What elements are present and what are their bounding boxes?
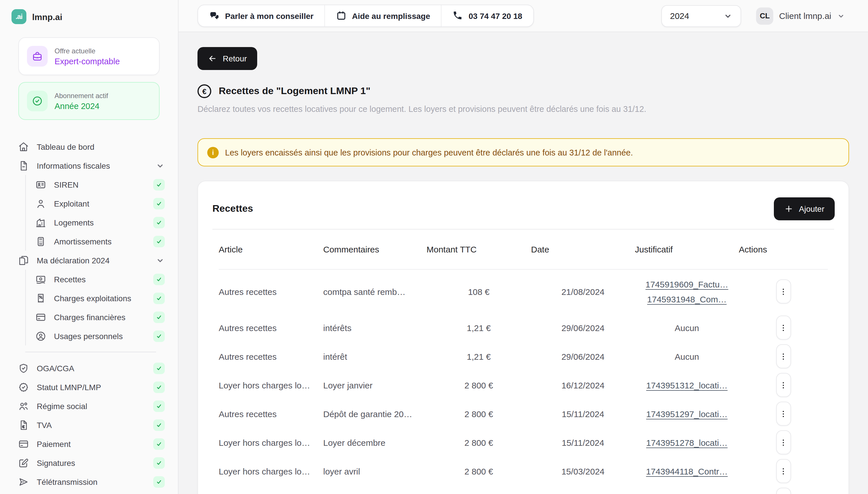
help-button[interactable]: Aide au remplissage: [324, 5, 441, 26]
sidebar-item-signatures[interactable]: Signatures: [18, 453, 165, 472]
calendar-icon: [336, 10, 347, 21]
sidebar-item-statut-lmnp[interactable]: Statut LMNP/LMP: [18, 378, 165, 397]
main-area: Parler à mon conseiller Aide au rempliss…: [179, 0, 868, 494]
cell-commentaires: intérêts: [323, 323, 427, 332]
sidebar-item-regime-social[interactable]: Régime social: [18, 397, 165, 415]
row-actions-button[interactable]: [776, 344, 791, 368]
chevron-down-icon: [155, 161, 165, 170]
cell-justificatif-empty: Aucun: [635, 352, 739, 361]
subscription-value: Année 2024: [55, 101, 108, 111]
shield-check-icon: [18, 362, 29, 374]
sidebar-item-logements[interactable]: Logements: [35, 213, 165, 232]
table-row: Autres recettes comtpa santé remb… 108 €…: [219, 270, 828, 313]
sidebar-item-usages-personnels[interactable]: Usages personnels: [35, 326, 165, 345]
cell-montant: 2 800 €: [427, 437, 531, 447]
completed-check-badge: [153, 273, 165, 285]
sidebar-item-tva[interactable]: TVA: [18, 415, 165, 434]
sidebar-item-aide-declaration[interactable]: Aide à la déclaration: [18, 491, 165, 494]
cell-commentaires: Loyer janvier: [323, 380, 427, 390]
back-button[interactable]: Retour: [198, 47, 257, 70]
sidebar-item-charges-exploitations[interactable]: Charges exploitations: [35, 289, 165, 307]
sidebar-nav: Tableau de bord Informations fiscales SI…: [0, 137, 178, 494]
user-icon: [35, 198, 47, 209]
check-circle-icon: [27, 91, 48, 111]
year-select[interactable]: 2024: [661, 5, 741, 27]
page-title: Recettes de "Logement LMNP 1": [219, 86, 371, 97]
row-actions-button[interactable]: [776, 316, 791, 340]
sidebar-item-informations-fiscales[interactable]: Informations fiscales: [18, 156, 165, 175]
sidebar: .ai lmnp.ai Offre actuelle Expert-compta…: [0, 0, 179, 494]
sidebar-item-paiement[interactable]: Paiement: [18, 434, 165, 453]
subscription-label: Abonnement actif: [55, 92, 108, 99]
justificatif-link[interactable]: 1743951312_locati…: [646, 380, 728, 390]
document-icon: [18, 160, 29, 171]
cell-justificatif-empty: Aucun: [635, 323, 739, 332]
brand-name: lmnp.ai: [32, 12, 62, 21]
sidebar-item-ma-declaration[interactable]: Ma déclaration 2024: [18, 251, 165, 270]
row-actions-button[interactable]: [776, 402, 791, 426]
table-row: Loyer hors charges lo… Loyer décembre 2 …: [219, 428, 828, 457]
completed-check-badge: [153, 457, 165, 469]
cell-article: Loyer hors charges lo…: [219, 380, 323, 390]
cell-montant: 2 800 €: [427, 380, 531, 390]
offer-value: Expert-comptable: [55, 57, 120, 66]
ma-declaration-subgroup: Recettes Charges exploitations Charges f…: [25, 270, 165, 345]
sidebar-cards: Offre actuelle Expert-comptable Abonneme…: [0, 24, 178, 120]
cell-commentaires: comtpa santé remb…: [323, 287, 427, 296]
completed-check-badge: [153, 292, 165, 304]
sidebar-item-exploitant[interactable]: Exploitant: [35, 194, 165, 213]
completed-check-badge: [153, 438, 165, 450]
completed-check-badge: [153, 419, 165, 431]
table-header-row: Article Commentaires Montant TTC Date Ju…: [219, 229, 828, 270]
sidebar-item-amortissements[interactable]: Amortissements: [35, 232, 165, 251]
justificatif-link[interactable]: 1745919609_Factu…: [646, 279, 728, 289]
justificatif-link[interactable]: 1743951278_locati…: [646, 437, 728, 447]
year-select-value: 2024: [670, 11, 689, 21]
row-actions-button[interactable]: [776, 488, 791, 494]
advisor-button[interactable]: Parler à mon conseiller: [198, 5, 324, 26]
chevron-down-icon: [837, 12, 845, 20]
brand[interactable]: .ai lmnp.ai: [0, 0, 178, 24]
sidebar-item-oga-cga[interactable]: OGA/CGA: [18, 359, 165, 378]
cell-date: 15/03/2024: [531, 466, 635, 476]
app-root: .ai lmnp.ai Offre actuelle Expert-compta…: [0, 0, 868, 494]
page-content: Retour € Recettes de "Logement LMNP 1" D…: [179, 32, 868, 494]
user-menu[interactable]: CL Client lmnp.ai: [756, 7, 845, 24]
topbar: Parler à mon conseiller Aide au rempliss…: [179, 0, 868, 32]
sidebar-item-siren[interactable]: SIREN: [35, 175, 165, 194]
completed-check-badge: [153, 330, 165, 342]
pencil-square-icon: [18, 457, 29, 469]
justificatif-link[interactable]: 1743951297_locati…: [646, 409, 728, 419]
sidebar-item-tableau-de-bord[interactable]: Tableau de bord: [18, 137, 165, 156]
cell-article: Autres recettes: [219, 352, 323, 361]
justificatif-link[interactable]: 1745931948_Com…: [647, 294, 727, 304]
row-actions-button[interactable]: [776, 280, 791, 304]
row-actions-button[interactable]: [776, 430, 791, 454]
column-header-article: Article: [219, 244, 323, 254]
advisor-button-label: Parler à mon conseiller: [225, 11, 313, 20]
completed-check-badge: [153, 198, 165, 209]
phone-button[interactable]: 03 74 47 20 18: [441, 5, 533, 26]
cell-date: 29/06/2024: [531, 352, 635, 361]
cell-montant: 1,21 €: [427, 352, 531, 361]
add-button[interactable]: Ajouter: [774, 197, 835, 220]
phone-number: 03 74 47 20 18: [469, 11, 522, 20]
column-header-justificatif: Justificatif: [635, 244, 739, 254]
calculator-icon: [35, 235, 47, 247]
sidebar-item-charges-financieres[interactable]: Charges financières: [35, 307, 165, 326]
row-actions-button[interactable]: [776, 459, 791, 483]
cell-article: Loyer hors charges lo…: [219, 466, 323, 476]
cell-date: 15/11/2024: [531, 409, 635, 419]
cell-date: 29/06/2024: [531, 323, 635, 332]
subscription-card: Abonnement actif Année 2024: [18, 82, 160, 120]
completed-check-badge: [153, 311, 165, 323]
info-icon: i: [207, 147, 219, 158]
sidebar-item-teletransmission[interactable]: Télétransmission: [18, 472, 165, 491]
table-row: Loyer hors charges lo… Loyer janvier 2 8…: [219, 370, 828, 399]
cell-commentaires: Dépôt de garantie 20…: [323, 409, 427, 419]
completed-check-badge: [153, 476, 165, 488]
justificatif-link[interactable]: 1743944118_Contr…: [646, 466, 728, 476]
sidebar-divider: [25, 352, 156, 352]
sidebar-item-recettes[interactable]: Recettes: [35, 270, 165, 289]
row-actions-button[interactable]: [776, 373, 791, 397]
